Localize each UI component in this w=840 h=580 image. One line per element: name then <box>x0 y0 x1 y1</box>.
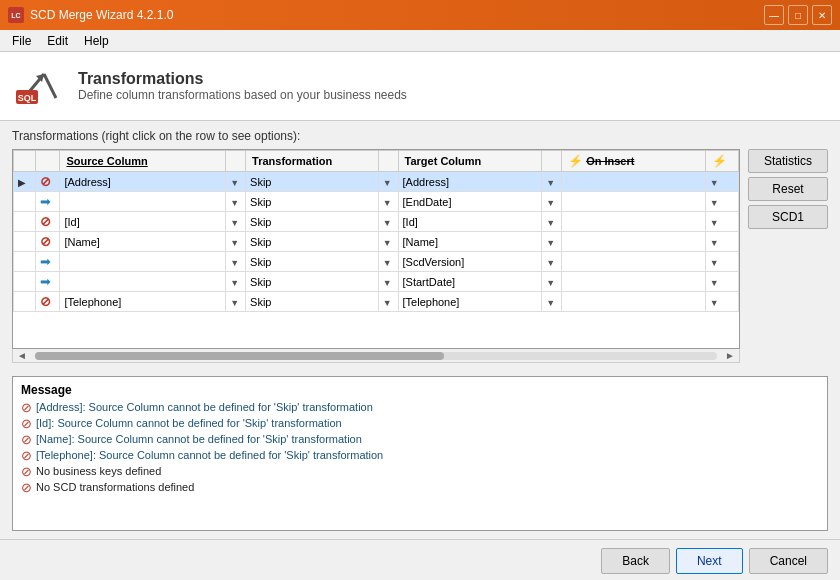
transformation-dropdown-arrow[interactable]: ▼ <box>383 198 392 208</box>
extra-dropdown[interactable]: ▼ <box>705 172 738 192</box>
transformation-cell[interactable]: Skip <box>246 252 379 272</box>
close-button[interactable]: ✕ <box>812 5 832 25</box>
source-dropdown-arrow[interactable]: ▼ <box>230 238 239 248</box>
source-dropdown[interactable]: ▼ <box>226 232 246 252</box>
table-row[interactable]: ▶⊘[Address]▼Skip▼[Address]▼▼ <box>14 172 739 192</box>
target-dropdown-arrow[interactable]: ▼ <box>546 178 555 188</box>
transformation-cell[interactable]: Skip <box>246 212 379 232</box>
target-dropdown-arrow[interactable]: ▼ <box>546 278 555 288</box>
transformation-dropdown[interactable]: ▼ <box>378 252 398 272</box>
target-dropdown-arrow[interactable]: ▼ <box>546 238 555 248</box>
target-column-cell[interactable]: [Name] <box>398 232 542 252</box>
statistics-button[interactable]: Statistics <box>748 149 828 173</box>
source-dropdown-arrow[interactable]: ▼ <box>230 218 239 228</box>
h-scroll-area[interactable]: ◄ ► <box>12 349 740 363</box>
cancel-button[interactable]: Cancel <box>749 548 828 574</box>
menu-edit[interactable]: Edit <box>39 32 76 50</box>
target-dropdown-arrow[interactable]: ▼ <box>546 258 555 268</box>
transformation-dropdown-arrow[interactable]: ▼ <box>383 178 392 188</box>
target-dropdown-arrow[interactable]: ▼ <box>546 218 555 228</box>
extra-dropdown[interactable]: ▼ <box>705 212 738 232</box>
target-dropdown-arrow[interactable]: ▼ <box>546 198 555 208</box>
transformation-dropdown-arrow[interactable]: ▼ <box>383 278 392 288</box>
on-insert-cell[interactable] <box>562 212 706 232</box>
target-dropdown[interactable]: ▼ <box>542 252 562 272</box>
source-dropdown[interactable]: ▼ <box>226 272 246 292</box>
menu-help[interactable]: Help <box>76 32 117 50</box>
extra-dropdown[interactable]: ▼ <box>705 292 738 312</box>
target-column-cell[interactable]: [Telephone] <box>398 292 542 312</box>
reset-button[interactable]: Reset <box>748 177 828 201</box>
target-dropdown[interactable]: ▼ <box>542 292 562 312</box>
transformation-cell[interactable]: Skip <box>246 232 379 252</box>
source-dropdown-arrow[interactable]: ▼ <box>230 278 239 288</box>
on-insert-cell[interactable] <box>562 252 706 272</box>
extra-dropdown[interactable]: ▼ <box>705 192 738 212</box>
table-row[interactable]: ⊘[Name]▼Skip▼[Name]▼▼ <box>14 232 739 252</box>
source-dropdown[interactable]: ▼ <box>226 172 246 192</box>
menu-file[interactable]: File <box>4 32 39 50</box>
table-row[interactable]: ⊘[Id]▼Skip▼[Id]▼▼ <box>14 212 739 232</box>
target-column-cell[interactable]: [Id] <box>398 212 542 232</box>
table-row[interactable]: ➡▼Skip▼[ScdVersion]▼▼ <box>14 252 739 272</box>
transformation-dropdown-arrow[interactable]: ▼ <box>383 218 392 228</box>
target-dropdown[interactable]: ▼ <box>542 172 562 192</box>
target-column-cell[interactable]: [EndDate] <box>398 192 542 212</box>
scd1-button[interactable]: SCD1 <box>748 205 828 229</box>
source-dropdown-arrow[interactable]: ▼ <box>230 178 239 188</box>
source-column-cell[interactable] <box>60 272 226 292</box>
source-column-cell[interactable] <box>60 192 226 212</box>
transformation-cell[interactable]: Skip <box>246 292 379 312</box>
extra-dropdown-arrow[interactable]: ▼ <box>710 198 719 208</box>
source-column-cell[interactable]: [Name] <box>60 232 226 252</box>
transformation-dropdown-arrow[interactable]: ▼ <box>383 298 392 308</box>
target-dropdown[interactable]: ▼ <box>542 212 562 232</box>
target-dropdown[interactable]: ▼ <box>542 272 562 292</box>
source-dropdown[interactable]: ▼ <box>226 292 246 312</box>
target-column-cell[interactable]: [StartDate] <box>398 272 542 292</box>
source-dropdown-arrow[interactable]: ▼ <box>230 258 239 268</box>
maximize-button[interactable]: □ <box>788 5 808 25</box>
table-row[interactable]: ➡▼Skip▼[StartDate]▼▼ <box>14 272 739 292</box>
table-row[interactable]: ⊘[Telephone]▼Skip▼[Telephone]▼▼ <box>14 292 739 312</box>
source-column-cell[interactable] <box>60 252 226 272</box>
transformation-dropdown-arrow[interactable]: ▼ <box>383 258 392 268</box>
extra-dropdown-arrow[interactable]: ▼ <box>710 258 719 268</box>
extra-dropdown-arrow[interactable]: ▼ <box>710 298 719 308</box>
source-dropdown[interactable]: ▼ <box>226 192 246 212</box>
transformations-table-container[interactable]: Source Column Transformation Target Colu… <box>12 149 740 349</box>
target-dropdown[interactable]: ▼ <box>542 192 562 212</box>
transformation-dropdown[interactable]: ▼ <box>378 232 398 252</box>
target-dropdown-arrow[interactable]: ▼ <box>546 298 555 308</box>
back-button[interactable]: Back <box>601 548 670 574</box>
target-column-cell[interactable]: [Address] <box>398 172 542 192</box>
on-insert-cell[interactable] <box>562 192 706 212</box>
extra-dropdown[interactable]: ▼ <box>705 272 738 292</box>
transformation-cell[interactable]: Skip <box>246 172 379 192</box>
source-dropdown[interactable]: ▼ <box>226 252 246 272</box>
extra-dropdown-arrow[interactable]: ▼ <box>710 218 719 228</box>
on-insert-cell[interactable] <box>562 272 706 292</box>
extra-dropdown-arrow[interactable]: ▼ <box>710 278 719 288</box>
transformation-dropdown[interactable]: ▼ <box>378 292 398 312</box>
on-insert-cell[interactable] <box>562 232 706 252</box>
transformation-dropdown[interactable]: ▼ <box>378 192 398 212</box>
extra-dropdown[interactable]: ▼ <box>705 252 738 272</box>
target-column-cell[interactable]: [ScdVersion] <box>398 252 542 272</box>
on-insert-cell[interactable] <box>562 292 706 312</box>
source-dropdown-arrow[interactable]: ▼ <box>230 298 239 308</box>
extra-dropdown-arrow[interactable]: ▼ <box>710 178 719 188</box>
extra-dropdown-arrow[interactable]: ▼ <box>710 238 719 248</box>
source-dropdown-arrow[interactable]: ▼ <box>230 198 239 208</box>
extra-dropdown[interactable]: ▼ <box>705 232 738 252</box>
on-insert-cell[interactable] <box>562 172 706 192</box>
minimize-button[interactable]: — <box>764 5 784 25</box>
source-column-cell[interactable]: [Id] <box>60 212 226 232</box>
transformation-dropdown[interactable]: ▼ <box>378 172 398 192</box>
source-dropdown[interactable]: ▼ <box>226 212 246 232</box>
next-button[interactable]: Next <box>676 548 743 574</box>
source-column-cell[interactable]: [Telephone] <box>60 292 226 312</box>
transformation-cell[interactable]: Skip <box>246 272 379 292</box>
table-row[interactable]: ➡▼Skip▼[EndDate]▼▼ <box>14 192 739 212</box>
transformation-dropdown[interactable]: ▼ <box>378 212 398 232</box>
